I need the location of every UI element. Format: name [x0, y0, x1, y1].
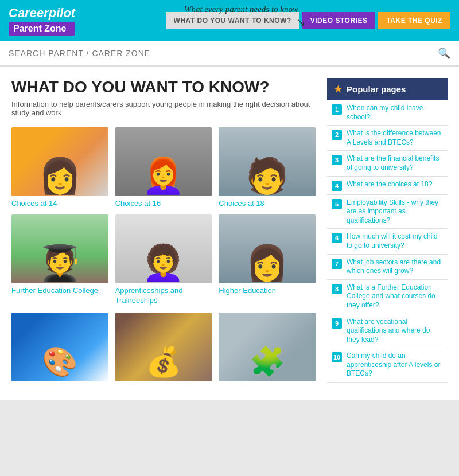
popular-header: ★ Popular pages: [327, 78, 448, 100]
page-subheading: Information to help parents/carers suppo…: [11, 100, 316, 117]
card-bottom-2[interactable]: [115, 313, 212, 381]
popular-text-3: What are the financial benefits of going…: [347, 154, 443, 172]
card-image-further-education: [11, 214, 108, 283]
popular-item-8[interactable]: 8 What is a Further Education College an…: [327, 280, 448, 314]
card-grid: Choices at 14 Choices at 16 Choices at 1…: [11, 127, 316, 381]
card-bottom-1[interactable]: [11, 313, 108, 381]
popular-text-2: What is the difference between A Levels …: [347, 129, 443, 147]
popular-text-10: Can my child do an apprenticeship after …: [347, 352, 443, 379]
popular-number-7: 7: [332, 259, 342, 269]
nav-what-button[interactable]: WHAT DO YOU WANT TO KNOW?: [166, 12, 299, 29]
card-further-education[interactable]: Further Education College: [11, 214, 108, 306]
popular-item-1[interactable]: 1 When can my child leave school?: [327, 100, 448, 126]
popular-heading: Popular pages: [347, 84, 406, 94]
popular-text-5: Employability Skills - why they are as i…: [347, 198, 443, 225]
card-apprenticeships[interactable]: Apprenticeships and Traineeships: [115, 214, 212, 306]
card-choices-16[interactable]: Choices at 16: [115, 127, 212, 208]
popular-number-10: 10: [332, 352, 342, 362]
card-image-choices-16: [115, 127, 212, 196]
header: Careerpilot Parent Zone What every paren…: [0, 0, 459, 41]
card-label-apprenticeships: Apprenticeships and Traineeships: [115, 286, 212, 306]
popular-text-7: What job sectors are there and which one…: [347, 258, 443, 276]
card-label-choices-14: Choices at 14: [11, 199, 108, 208]
search-bar: 🔍: [0, 41, 459, 67]
card-label-choices-16: Choices at 16: [115, 199, 212, 208]
logo-area: Careerpilot Parent Zone: [9, 6, 75, 36]
popular-number-6: 6: [332, 233, 342, 243]
popular-number-2: 2: [332, 130, 342, 140]
main-content: WHAT DO YOU WANT TO KNOW? Information to…: [0, 67, 459, 400]
popular-text-9: What are vocational qualifications and w…: [347, 318, 443, 345]
card-label-choices-18: Choices at 18: [219, 199, 316, 208]
page-heading: WHAT DO YOU WANT TO KNOW?: [11, 78, 316, 96]
popular-item-4[interactable]: 4 What are the choices at 18?: [327, 177, 448, 195]
popular-number-1: 1: [332, 104, 342, 115]
card-label-higher-education: Higher Education: [219, 286, 316, 295]
popular-text-8: What is a Further Education College and …: [347, 283, 443, 310]
main-nav: WHAT DO YOU WANT TO KNOW? VIDEO STORIES …: [166, 12, 450, 29]
popular-text-6: How much will it cost my child to go to …: [347, 232, 443, 250]
search-input[interactable]: [9, 49, 438, 58]
tagline: What every parent needs to know: [184, 5, 298, 14]
card-choices-14[interactable]: Choices at 14: [11, 127, 108, 208]
card-higher-education[interactable]: Higher Education: [219, 214, 316, 306]
card-image-apprenticeships: [115, 214, 212, 283]
card-image-choices-18: [219, 127, 316, 196]
card-image-choices-14: [11, 127, 108, 196]
popular-item-6[interactable]: 6 How much will it cost my child to go t…: [327, 229, 448, 254]
popular-number-9: 9: [332, 318, 342, 329]
card-choices-18[interactable]: Choices at 18: [219, 127, 316, 208]
star-icon: ★: [334, 84, 342, 95]
card-image-higher-education: [219, 214, 316, 283]
arrow-icon: ↘: [297, 16, 305, 29]
popular-item-7[interactable]: 7 What job sectors are there and which o…: [327, 255, 448, 280]
card-image-bottom-1: [11, 313, 108, 381]
popular-number-5: 5: [332, 199, 342, 209]
popular-text-4: What are the choices at 18?: [347, 180, 432, 189]
popular-item-9[interactable]: 9 What are vocational qualifications and…: [327, 314, 448, 349]
card-label-further-education: Further Education College: [11, 286, 108, 295]
logo-title: Careerpilot: [9, 6, 75, 21]
popular-item-10[interactable]: 10 Can my child do an apprenticeship aft…: [327, 348, 448, 383]
sidebar: ★ Popular pages 1 When can my child leav…: [327, 78, 448, 388]
popular-item-5[interactable]: 5 Employability Skills - why they are as…: [327, 195, 448, 229]
nav-video-button[interactable]: VIDEO STORIES: [302, 12, 376, 29]
popular-list: 1 When can my child leave school? 2 What…: [327, 100, 448, 383]
search-icon[interactable]: 🔍: [438, 47, 450, 60]
card-image-bottom-2: [115, 313, 212, 381]
popular-item-3[interactable]: 3 What are the financial benefits of goi…: [327, 151, 448, 176]
popular-text-1: When can my child leave school?: [347, 104, 443, 122]
logo-subtitle: Parent Zone: [9, 22, 75, 36]
popular-number-4: 4: [332, 181, 342, 191]
popular-number-3: 3: [332, 155, 342, 165]
card-image-bottom-3: [219, 313, 316, 381]
popular-item-2[interactable]: 2 What is the difference between A Level…: [327, 126, 448, 151]
card-bottom-3[interactable]: [219, 313, 316, 381]
left-content: WHAT DO YOU WANT TO KNOW? Information to…: [11, 78, 316, 388]
nav-quiz-button[interactable]: TAKE THE QUIZ: [378, 12, 450, 29]
popular-number-8: 8: [332, 284, 342, 294]
